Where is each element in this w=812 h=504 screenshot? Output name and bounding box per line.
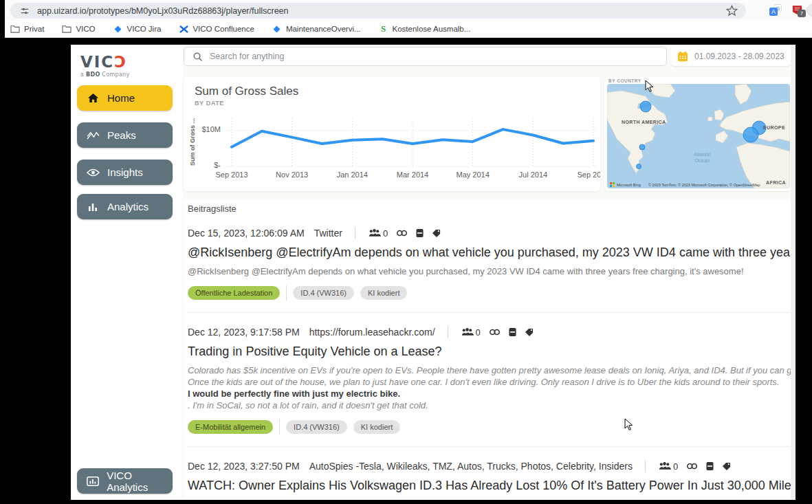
people-icon (368, 228, 381, 238)
chart-x-axis-labels: Sep 2013Nov 2013Jan 2014Mar 2014May 2014… (226, 171, 597, 180)
country-map-card: BY COUNTRY NORTH AMERICA EUROPE AFRICA (604, 77, 792, 191)
map-bubble-france[interactable] (743, 127, 758, 142)
post-body-line: . I'm in SoCal, so not a lot of rain, an… (188, 399, 791, 411)
post-source[interactable]: Twitter (314, 228, 342, 239)
scrollbar-track[interactable] (791, 45, 795, 500)
search-input[interactable] (210, 52, 659, 61)
x-tick-label: Jan 2014 (337, 171, 368, 179)
map-bubble-mexico[interactable] (637, 164, 641, 169)
post-meta: Dec 12, 2023, 9:17:58 PM https://forum.l… (188, 326, 791, 338)
map-attribution: © 2023 TomTom, © 2023 Microsoft Corporat… (648, 183, 786, 187)
audience-count-value: 0 (476, 327, 481, 338)
tag-pill[interactable] (286, 285, 287, 300)
bookmarks-bar: Privat VICO VICO Jira VICO Confluence Ma… (5, 21, 812, 38)
sidebar-item[interactable]: Peaks (77, 122, 173, 148)
people-icon (658, 461, 671, 471)
audience-count-value: 0 (383, 228, 388, 239)
post-body-line: Once the kids are out of the house, we p… (188, 376, 791, 388)
sidebar-footer-label: VICO Analytics (107, 470, 173, 493)
map-bubble-canada[interactable] (640, 101, 651, 112)
meta-divider (355, 227, 355, 239)
sidebar-item-label: Insights (107, 166, 143, 178)
bookmark-label: Kostenlose Ausmalb... (393, 25, 471, 33)
post-source[interactable]: AutoSpies -Tesla, Wikileaks, TMZ, Autos,… (309, 461, 633, 472)
x-tick-label: Sep 2014 (577, 171, 600, 179)
link-icon[interactable] (686, 462, 698, 470)
post-tags: E-Mobilität allgemein ID.4 (VW316) KI ko… (188, 419, 791, 435)
bookmark-label: MaintenanceOvervi... (286, 25, 361, 33)
url-text: app.uizard.io/prototypes/bM0yoLjx03uRdz6… (37, 6, 289, 16)
bookmark-item[interactable]: Privat (10, 24, 44, 34)
bookmark-item[interactable]: S Kostenlose Ausmalb... (379, 24, 471, 34)
tag-icon[interactable] (722, 462, 731, 471)
map-bubble-usa[interactable] (639, 144, 645, 150)
sidebar-item[interactable]: Analytics (77, 194, 173, 219)
site-settings-icon[interactable] (19, 5, 31, 17)
book-icon[interactable] (509, 327, 516, 337)
map-label-ocean: Atlantic Ocean (694, 151, 711, 164)
vico-logo: VICƆ a BDO Company (80, 53, 130, 78)
sidebar: VICƆ a BDO Company Home Peaks Insights A… (71, 45, 182, 500)
bookmark-icon: S (379, 24, 388, 34)
tag-pill[interactable]: ID.4 (VW316) (286, 420, 347, 434)
tag-pill[interactable]: E-Mobilität allgemein (188, 420, 273, 434)
url-bar[interactable]: app.uizard.io/prototypes/bM0yoLjx03uRdz6… (10, 3, 746, 19)
link-icon[interactable] (396, 229, 408, 237)
bookmark-label: VICO Jira (127, 25, 162, 33)
sidebar-item[interactable]: Home (77, 85, 173, 111)
audience-count[interactable]: 0 (368, 228, 388, 239)
tag-pill[interactable]: ID.4 (VW316) (293, 286, 354, 300)
post-date: Dec 12, 2023, 9:17:58 PM (188, 327, 300, 338)
date-range-picker[interactable]: 01.09.2023 - 28.09.2023 ⌄ (670, 47, 791, 66)
post-title[interactable]: WATCH: Owner Explains His Volkswagen ID.… (188, 479, 791, 493)
post-item[interactable]: Dec 15, 2023, 12:06:09 AM Twitter 0 (188, 227, 791, 300)
world-map[interactable]: NORTH AMERICA EUROPE AFRICA Atlantic Oce… (607, 84, 790, 188)
bookmark-item[interactable]: VICO (62, 24, 95, 34)
tag-pill[interactable] (279, 419, 280, 435)
chart-title: Sum of Gross Sales (195, 85, 298, 98)
tag-icon[interactable] (432, 229, 441, 238)
book-icon[interactable] (706, 461, 714, 471)
bookmark-item[interactable]: VICO Confluence (179, 24, 254, 34)
post-title[interactable]: @RickIsenberg @ElectrifyAm depends on wh… (188, 245, 791, 260)
bookmark-star-icon[interactable] (725, 4, 738, 17)
post-item[interactable]: Dec 12, 2023, 9:17:58 PM https://forum.l… (188, 326, 791, 435)
post-divider (188, 312, 791, 313)
x-tick-label: Jul 2014 (519, 171, 548, 179)
extension-icon[interactable]: 7 (791, 3, 803, 16)
meta-divider (645, 460, 646, 472)
sidebar-item[interactable]: Insights (77, 160, 173, 185)
translate-icon[interactable]: GA (769, 4, 782, 17)
y-tick-zero: $- (193, 161, 221, 169)
tag-pill[interactable]: Öffentliche Ladestation (188, 286, 280, 300)
posts-heading: Beitragsliste (188, 204, 791, 214)
bookmark-item[interactable]: VICO Jira (113, 24, 162, 34)
post-body-line: Colorado has $5k incentive on EVs if you… (188, 364, 791, 376)
audience-count[interactable]: 0 (658, 461, 678, 472)
bookmark-icon (10, 24, 20, 34)
post-item[interactable]: Dec 12, 2023, 3:27:50 PM AutoSpies -Tesl… (188, 460, 791, 500)
profile-avatar[interactable] (806, 4, 812, 17)
sidebar-item-icon (86, 92, 100, 105)
post-source[interactable]: https://forum.leasehackr.com/ (309, 327, 435, 338)
post-divider (188, 446, 791, 447)
bookmark-item[interactable]: MaintenanceOvervi... (272, 24, 361, 34)
tag-pill[interactable]: KI kodiert (353, 420, 400, 434)
people-icon (461, 327, 474, 337)
map-label-north-america: NORTH AMERICA (622, 120, 666, 124)
search-bar[interactable] (184, 47, 667, 66)
post-title[interactable]: Trading in Positive Equity Vehicle on a … (188, 344, 791, 359)
post-body-line: WATCH: Owner Explains His Volkswagen ID. (188, 498, 791, 500)
bookmark-label: VICO Confluence (193, 25, 254, 33)
tag-pill[interactable]: KI kodiert (360, 286, 407, 300)
tag-icon[interactable] (525, 328, 534, 337)
book-icon[interactable] (416, 228, 424, 238)
x-tick-label: Nov 2013 (276, 171, 308, 179)
logo-text: VIC (80, 53, 114, 71)
sidebar-item-vico-analytics[interactable]: VICO Analytics (77, 468, 173, 494)
browser-chrome: app.uizard.io/prototypes/bM0yoLjx03uRdz6… (5, 0, 812, 38)
audience-count[interactable]: 0 (461, 327, 481, 338)
gross-sales-chart-card: Sum of Gross Sales BY DATE Sum of Gross … (184, 77, 600, 191)
link-icon[interactable] (489, 328, 501, 336)
bookmark-label: Privat (24, 25, 44, 33)
